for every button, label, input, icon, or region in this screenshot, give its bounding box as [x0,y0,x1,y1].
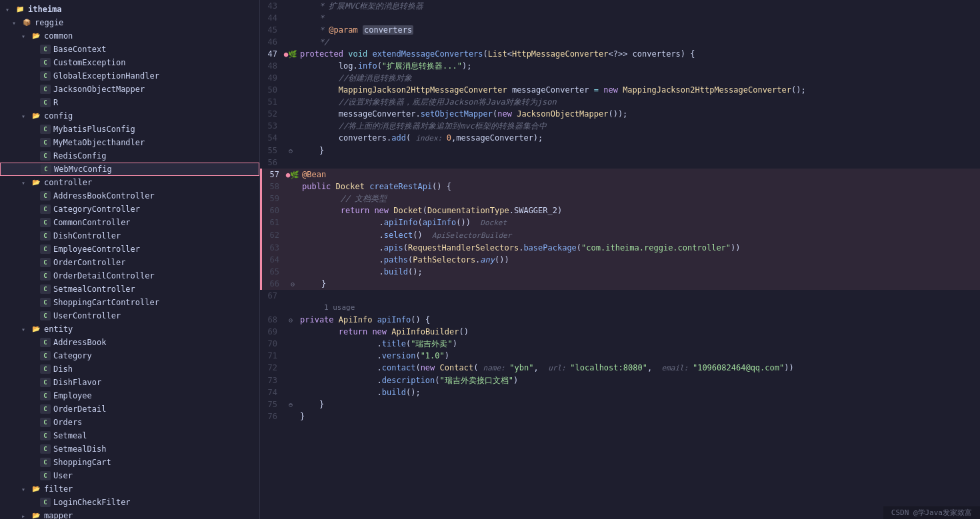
file-tree[interactable]: ▾ 📁 itheima ▾ 📦 reggie ▾ 📂 common C Base… [0,0,260,519]
tree-item-config[interactable]: ▾ 📂 config [0,109,259,123]
code-line-48: 48 log.info("扩展消息转换器..."); [260,60,980,72]
tree-item-CustomException[interactable]: C CustomException [0,56,259,69]
class-icon: C [40,258,51,267]
code-content: public Docket createRestApi() { [299,181,980,193]
tree-label: Orders [53,418,82,427]
tree-label: Setmeal [53,431,87,440]
tree-item-GlobalExceptionHandler[interactable]: C GlobalExceptionHandler [0,69,259,83]
fold-icon: ⊖ [289,147,293,155]
tree-item-DishFlavor[interactable]: C DishFlavor [0,376,259,389]
expand-arrow: ▾ [12,19,21,27]
tree-item-BaseContext[interactable]: C BaseContext [0,43,259,56]
gutter [284,350,297,362]
code-content: } [297,398,980,410]
class-icon: C [41,165,51,174]
tree-item-ShoppingCartController[interactable]: C ShoppingCartController [0,296,259,309]
code-content: return new ApiInfoBuilder() [297,326,980,338]
tree-item-AddressBookController[interactable]: C AddressBookController [0,189,259,203]
tree-item-JacksonObjectMapper[interactable]: C JacksonObjectMapper [0,83,259,96]
line-number: 58 [262,181,286,193]
tree-item-Category[interactable]: C Category [0,349,259,362]
tree-item-filter[interactable]: ▾ 📂 filter [0,482,259,496]
code-content: * @param converters [297,24,980,36]
tree-item-OrderController[interactable]: C OrderController [0,256,259,269]
code-content: converters.add( index: 0,messageConverte… [297,132,980,145]
tree-item-User[interactable]: C User [0,469,259,482]
line-number: 51 [260,96,284,108]
fold-icon: ⊖ [289,316,293,324]
code-area: 43 * 扩展MVC框架的消息转换器 44 * 45 * @param conv… [260,0,980,436]
class-icon: C [40,298,51,307]
tree-item-WebMvcConfig[interactable]: C WebMvcConfig [0,163,259,176]
tree-root-itheima[interactable]: ▾ 📁 itheima [0,3,259,16]
tree-item-LoginCheckFilter[interactable]: C LoginCheckFilter [0,496,259,509]
class-icon: C [40,58,51,67]
usage-text: 1 usage [321,302,980,314]
fold-icon: ⊖ [291,280,295,288]
code-content: @Bean [299,169,980,181]
gutter [286,205,299,217]
line-number: 74 [260,386,284,398]
gutter: ⊖ [286,278,299,290]
line-number: 60 [262,205,286,217]
tree-item-SetmealDish[interactable]: C SetmealDish [0,442,259,456]
line-number: 47 [260,48,284,60]
tree-label: JacksonObjectMapper [53,85,145,94]
gutter [286,193,299,205]
tree-label: User [53,471,73,480]
code-content: private ApiInfo apiInfo() { [297,314,980,326]
code-line-75: 75 ⊖ } [260,398,980,410]
folder-icon: 📂 [31,111,41,121]
code-line-64: 64 .paths(PathSelectors.any()) [260,254,980,266]
tree-item-DishController[interactable]: C DishController [0,229,259,243]
tree-item-entity[interactable]: ▾ 📂 entity [0,322,259,336]
tree-item-EmployeeController[interactable]: C EmployeeController [0,243,259,256]
tree-label: mapper [44,511,73,519]
class-icon: C [40,138,51,147]
code-content: .version("1.0") [297,350,980,362]
tree-item-Setmeal[interactable]: C Setmeal [0,429,259,442]
tree-item-AddressBook[interactable]: C AddressBook [0,336,259,349]
code-line-66: 66 ⊖ } [260,278,980,290]
gutter [284,36,297,48]
gutter [286,254,299,266]
tree-item-common[interactable]: ▾ 📂 common [0,29,259,43]
gutter [284,326,297,338]
tree-item-R[interactable]: C R [0,96,259,109]
code-line-70: 70 .title("瑞吉外卖") [260,338,980,350]
gutter [286,181,299,193]
class-icon: C [40,284,51,294]
tree-item-mapper[interactable]: ▸ 📂 mapper [0,509,259,519]
tree-item-reggie[interactable]: ▾ 📦 reggie [0,16,259,29]
bottom-bar-text: CSDN @学Java发家致富 [891,508,972,517]
tree-item-Employee[interactable]: C Employee [0,389,259,402]
folder-icon: 📂 [31,178,41,187]
tree-label: SetmealController [53,284,135,294]
tree-item-RedisConfig[interactable]: C RedisConfig [0,149,259,163]
code-content: } [297,410,980,422]
line-number: 70 [260,338,284,350]
bookmark-icon: ● [284,50,289,59]
module-icon: 📦 [21,18,32,27]
tree-item-ShoppingCart[interactable]: C ShoppingCart [0,456,259,469]
tree-item-OrderDetail[interactable]: C OrderDetail [0,402,259,416]
tree-item-SetmealController[interactable]: C SetmealController [0,282,259,296]
code-content: * [297,12,980,24]
tree-item-MybatisPlusConfig[interactable]: C MybatisPlusConfig [0,123,259,136]
gutter [284,132,297,145]
tree-item-Dish[interactable]: C Dish [0,362,259,376]
tree-item-CategoryController[interactable]: C CategoryController [0,203,259,216]
tree-item-MyMetaObjecthandler[interactable]: C MyMetaObjecthandler [0,136,259,149]
class-icon: C [40,205,51,214]
code-line-47: 47 ●🌿 protected void extendMessageConver… [260,48,980,60]
tree-item-OrderDetailController[interactable]: C OrderDetailController [0,269,259,282]
tree-item-UserController[interactable]: C UserController [0,309,259,322]
tree-label: OrderDetailController [53,271,155,280]
tree-item-CommonController[interactable]: C CommonController [0,216,259,229]
tree-label: BaseContext [53,45,106,54]
tree-item-controller[interactable]: ▾ 📂 controller [0,176,259,189]
code-content: return new Docket(DocumentationType.SWAG… [299,205,980,217]
code-content: .apis(RequestHandlerSelectors.basePackag… [299,242,980,254]
tree-item-Orders[interactable]: C Orders [0,416,259,429]
tree-label: LoginCheckFilter [53,498,131,507]
